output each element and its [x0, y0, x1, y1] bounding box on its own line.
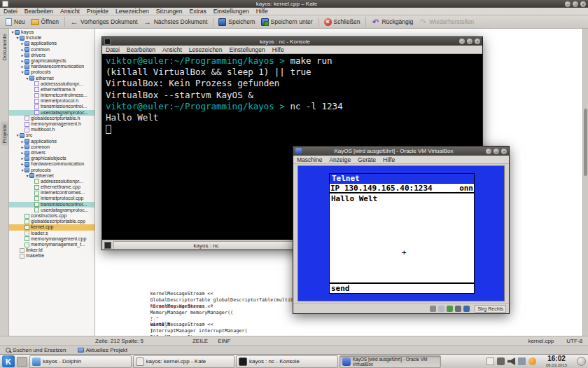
taskbar-task[interactable]: kayos - Dolphin — [29, 355, 132, 368]
minimize-button[interactable]: − — [459, 39, 465, 44]
menu-item[interactable]: Projekte — [83, 7, 112, 15]
tray-icon[interactable] — [486, 357, 494, 365]
tree-item[interactable]: internetprotocol.h — [9, 98, 94, 104]
menu-item[interactable]: Bearbeiten — [21, 7, 57, 15]
menu-item[interactable]: Anzeige — [326, 156, 354, 164]
tree-item[interactable]: makefile — [9, 253, 94, 259]
tree-item[interactable]: protocols — [9, 69, 94, 75]
toolview-button[interactable]: Suchen und Ersetzen — [3, 347, 69, 353]
menu-item[interactable]: Hilfe — [269, 46, 288, 54]
editor-scrollbar[interactable] — [582, 29, 588, 336]
tree-item[interactable]: applications — [9, 41, 94, 46]
toolbar-button[interactable]: Vorheriges Dokument — [64, 17, 141, 27]
guest-ip-value[interactable]: 130.149.165.40:1234 — [344, 184, 433, 193]
tree-item[interactable]: globaldescriptortable.cpp — [9, 219, 94, 224]
vm-status-device-icon[interactable] — [438, 306, 444, 312]
toolbar-button[interactable]: Rückgängig — [365, 17, 416, 27]
tree-item[interactable]: transmissioncontrol... — [9, 202, 94, 207]
tree-item[interactable]: applications — [9, 139, 94, 144]
application-launcher-icon[interactable]: K — [2, 355, 15, 367]
new-tab-icon[interactable] — [104, 242, 111, 249]
guest-connect-button-fragment[interactable]: onn — [459, 184, 473, 193]
tree-item[interactable]: addresssolutionpr... — [9, 81, 94, 87]
guest-send-button[interactable]: send — [330, 282, 474, 293]
tree-item[interactable]: addresssolutionpr... — [9, 179, 94, 184]
tree-item[interactable]: kayos — [9, 29, 94, 35]
vm-status-device-icon[interactable] — [455, 306, 461, 312]
menu-item[interactable]: Ansicht — [57, 7, 83, 15]
tree-item[interactable]: common — [9, 47, 94, 53]
toolbar-button[interactable]: Speichern unter — [258, 18, 316, 27]
vm-status-device-icon[interactable] — [463, 306, 470, 312]
menu-item[interactable]: Datei — [0, 7, 21, 15]
toolbar-button[interactable]: Schließen — [318, 18, 363, 27]
minimize-button[interactable]: − — [486, 149, 491, 154]
toolbar-button[interactable]: Speichern — [213, 18, 258, 27]
toolbar-button[interactable]: Öffnen — [28, 18, 62, 26]
close-button[interactable]: × — [580, 1, 586, 7]
tree-item[interactable]: src — [9, 132, 94, 138]
vm-screen[interactable]: Telnet IP 130.149.165.40:1234 onn Hallo … — [298, 165, 505, 301]
menu-item[interactable]: Ansicht — [159, 46, 186, 54]
editor-code-block[interactable]: kernelMessageStream << "Scanning Hardwar… — [104, 279, 325, 334]
vm-status-device-icon[interactable] — [447, 306, 453, 312]
tree-item[interactable]: ethernet — [9, 173, 94, 179]
toolbar-button[interactable]: Neu — [3, 18, 28, 27]
tray-icon[interactable] — [507, 357, 515, 365]
guest-ip-row[interactable]: IP 130.149.165.40:1234 onn — [330, 184, 474, 193]
menu-item[interactable]: Lesezeichen — [112, 7, 153, 15]
taskbar-task[interactable]: kayos : nc - Konsole — [236, 355, 338, 368]
maximize-button[interactable]: □ — [467, 39, 472, 44]
tree-item[interactable]: hardwarecommunication — [9, 64, 94, 69]
tray-icon[interactable] — [528, 357, 536, 365]
menu-item[interactable]: Lesezeichen — [186, 46, 226, 54]
tree-item[interactable]: constructors.cpp — [9, 213, 94, 219]
tree-item[interactable]: internetcontrolmess... — [9, 93, 94, 98]
vm-status-device-icon[interactable] — [430, 306, 436, 312]
tree-item[interactable]: ethernetframe.h — [9, 87, 94, 93]
menu-item[interactable]: Sitzungen — [153, 7, 186, 15]
menu-item[interactable]: Geräte — [354, 156, 379, 164]
tree-item[interactable]: memorymanagement.h — [9, 121, 94, 127]
tree-item[interactable]: drivers — [9, 150, 94, 156]
menu-item[interactable]: Extras — [186, 7, 210, 15]
menu-item[interactable]: Maschine — [293, 156, 326, 164]
taskbar-task[interactable]: kayos: kernel.cpp - Kate — [133, 355, 235, 368]
tree-item[interactable]: transmissioncontrol... — [9, 104, 94, 109]
tree-item[interactable]: hardwarecommunication — [9, 161, 94, 167]
code-line[interactable]: kernelMessageStream << "Scanning Hardwar… — [104, 279, 325, 285]
maximize-button[interactable]: □ — [493, 149, 499, 154]
menu-item[interactable]: Einstellungen — [226, 46, 269, 54]
tray-icon[interactable] — [518, 357, 526, 365]
toolview-button[interactable]: Aktuelles Projekt — [75, 347, 131, 353]
panel-settings-icon[interactable] — [577, 357, 586, 366]
tree-item[interactable]: internetcontrolmes... — [9, 190, 94, 196]
menu-item[interactable]: Hilfe — [253, 7, 272, 15]
terminal-tab[interactable]: kayos : nc — [113, 241, 299, 250]
close-button[interactable]: × — [475, 39, 480, 44]
tree-item[interactable]: ethernetframe.cpp — [9, 184, 94, 190]
tree-item[interactable]: include — [9, 35, 94, 41]
tree-item[interactable]: memorymanagement.cpp — [9, 236, 94, 242]
minimize-button[interactable]: − — [565, 1, 570, 7]
tree-item[interactable]: linker.ld — [9, 247, 94, 253]
tree-item[interactable]: drivers — [9, 53, 94, 58]
tree-item[interactable]: ethernet — [9, 76, 94, 81]
menu-item[interactable]: Bearbeiten — [123, 46, 159, 54]
toolbar-button[interactable]: Wiederherstellen — [416, 17, 477, 27]
toolbar-button[interactable]: Nächstes Dokument — [141, 17, 211, 27]
tree-item[interactable]: graphicalobjects — [9, 156, 94, 161]
tray-icon[interactable] — [497, 357, 505, 365]
side-tool-tab[interactable]: Dokumente — [1, 32, 8, 62]
tree-item[interactable]: common — [9, 144, 94, 150]
close-button[interactable]: × — [501, 149, 507, 154]
taskbar-task[interactable]: KayOS [wird ausgeführt] - Oracle VM Virt… — [340, 355, 442, 368]
tree-item[interactable]: internetprotocol.cpp — [9, 196, 94, 201]
editor-scrollbar-thumb[interactable] — [584, 109, 587, 176]
tree-item[interactable]: graphicalobjects — [9, 58, 94, 64]
tree-item[interactable]: loader.s — [9, 231, 94, 236]
menu-item[interactable]: Hilfe — [379, 156, 398, 164]
tree-item[interactable]: multiboot.h — [9, 127, 94, 132]
tree-item[interactable]: protocols — [9, 168, 94, 173]
tree-item[interactable]: memorymanagement_t... — [9, 242, 94, 247]
